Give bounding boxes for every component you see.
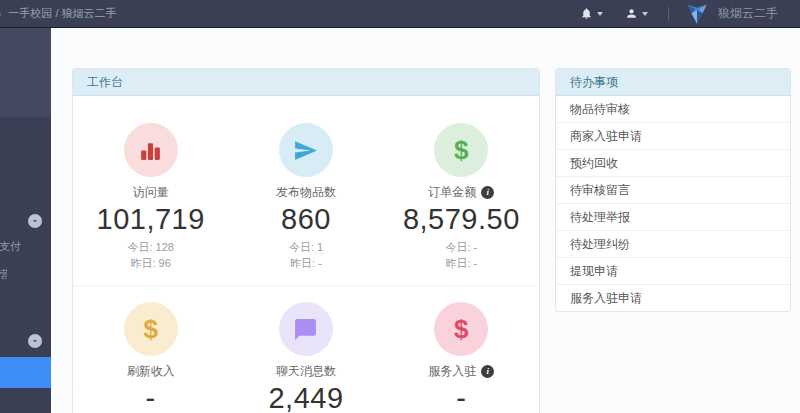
todo-card: 待办事项 物品待审核商家入驻申请预约回收待审核留言待处理举报待处理纠纷提现申请服…: [555, 68, 791, 312]
collapse-chevron-icon[interactable]: [28, 334, 42, 348]
breadcrumb[interactable]: › 一手校园 / 狼烟云二手: [8, 6, 117, 21]
stat-tile: $ 订单金额 8,579.50 今日: - 昨日: -: [384, 123, 539, 271]
breadcrumb-text[interactable]: 一手校园 / 狼烟云二手: [8, 6, 116, 21]
sidebar-item-partial[interactable]: 营: [0, 267, 7, 282]
stat-value: 101,719: [73, 202, 228, 236]
info-icon[interactable]: [481, 186, 494, 199]
todo-item[interactable]: 待处理举报: [556, 203, 790, 230]
workbench-card: 工作台 访问量 101,719 今日: 128 昨日: 96 发布物品数 860…: [72, 68, 540, 413]
stat-tile: 发布物品数 860 今日: 1 昨日: -: [228, 123, 383, 271]
brand-name: 狼烟云二手: [718, 5, 778, 22]
sidebar-toggle-icon[interactable]: ›: [0, 7, 1, 20]
sidebar-item-payment[interactable]: 支付: [0, 239, 23, 254]
stat-yesterday: 昨日: -: [384, 255, 539, 271]
stat-label: 服务入驻: [428, 363, 476, 379]
stat-yesterday: 昨日: -: [228, 255, 383, 271]
stat-today: 今日: 1: [228, 239, 383, 255]
todo-item[interactable]: 商家入驻申请: [556, 122, 790, 149]
stat-label: 访问量: [133, 184, 169, 200]
notifications-dropdown[interactable]: [580, 7, 603, 20]
stats-row-1: 访问量 101,719 今日: 128 昨日: 96 发布物品数 860 今日:…: [73, 96, 539, 285]
info-icon[interactable]: [481, 365, 494, 378]
dollar-icon: $: [434, 302, 488, 356]
topbar: › 一手校园 / 狼烟云二手 狼烟云二手: [0, 0, 800, 28]
stat-label: 订单金额: [428, 184, 476, 200]
todo-item[interactable]: 预约回收: [556, 149, 790, 176]
stat-tile: 聊天消息数 2,449: [228, 302, 383, 413]
todo-item[interactable]: 物品待审核: [556, 96, 790, 122]
topbar-right: 狼烟云二手: [580, 3, 778, 25]
collapse-chevron-icon[interactable]: [28, 214, 42, 228]
stats-row-2: $ 刷新收入 - 聊天消息数 2,449 $ 服务入驻 -: [73, 285, 539, 413]
stat-value: 2,449: [228, 381, 383, 413]
stat-value: -: [384, 381, 539, 413]
todo-list: 物品待审核商家入驻申请预约回收待审核留言待处理举报待处理纠纷提现申请服务入驻申请: [556, 96, 790, 311]
brand[interactable]: 狼烟云二手: [685, 3, 778, 25]
stat-today: 今日: -: [384, 239, 539, 255]
stat-value: 860: [228, 202, 383, 236]
stat-tile: $ 刷新收入 -: [73, 302, 228, 413]
stat-label: 聊天消息数: [276, 363, 336, 379]
stat-today: 今日: 128: [73, 239, 228, 255]
chevron-down-icon: [642, 12, 648, 16]
todo-title: 待办事项: [556, 69, 790, 96]
sidebar: 支付 营: [0, 28, 51, 413]
bar-chart-icon: [124, 123, 178, 177]
stat-label: 发布物品数: [276, 184, 336, 200]
paper-plane-icon: [279, 123, 333, 177]
chevron-down-icon: [597, 12, 603, 16]
dollar-icon: $: [434, 123, 488, 177]
workbench-title: 工作台: [73, 69, 539, 96]
user-dropdown[interactable]: [625, 7, 648, 20]
stat-tile: 访问量 101,719 今日: 128 昨日: 96: [73, 123, 228, 271]
wolf-logo-icon: [685, 3, 709, 25]
todo-item[interactable]: 待审核留言: [556, 176, 790, 203]
topbar-divider: [668, 7, 669, 21]
stat-label: 刷新收入: [127, 363, 175, 379]
user-icon[interactable]: [625, 7, 638, 20]
stat-value: -: [73, 381, 228, 413]
stat-tile: $ 服务入驻 -: [384, 302, 539, 413]
todo-item[interactable]: 提现申请: [556, 257, 790, 284]
sidebar-active-item[interactable]: [0, 357, 51, 388]
todo-item[interactable]: 待处理纠纷: [556, 230, 790, 257]
bell-icon[interactable]: [580, 7, 593, 20]
todo-item[interactable]: 服务入驻申请: [556, 284, 790, 311]
dollar-icon: $: [124, 302, 178, 356]
stat-value: 8,579.50: [384, 202, 539, 236]
stat-yesterday: 昨日: 96: [73, 255, 228, 271]
chat-icon: [279, 302, 333, 356]
